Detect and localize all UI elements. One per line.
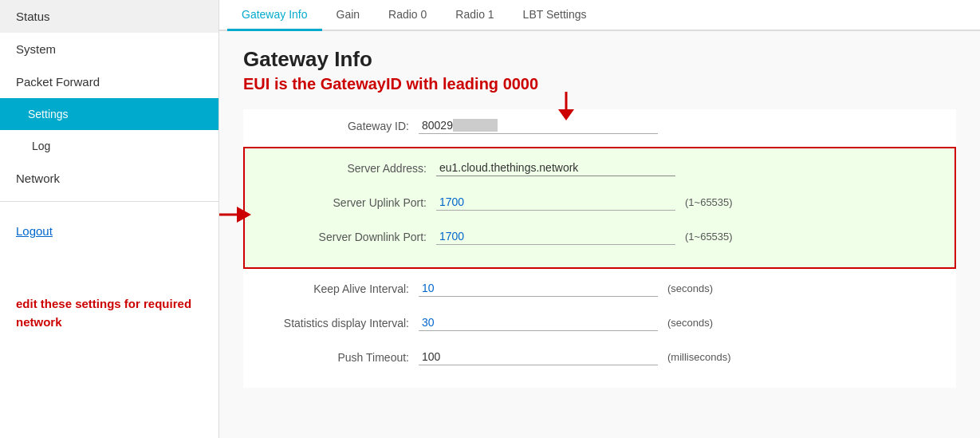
logout-link[interactable]: Logout [0,215,218,247]
highlighted-section: Server Address: eu1.cloud.thethings.netw… [243,147,956,277]
server-address-value: eu1.cloud.thethings.network [436,160,675,176]
server-downlink-row: Server Downlink Port: 1700 (1~65535) [261,225,939,248]
page-title: Gateway Info [243,47,956,72]
edit-annotation: edit these settings for required network [0,295,218,331]
sidebar-item-packet-forward[interactable]: Packet Forward [0,65,218,98]
server-downlink-value: 1700 [436,228,675,245]
tab-radio-0[interactable]: Radio 0 [374,0,441,31]
stats-label: Statistics display Interval: [243,317,419,329]
server-downlink-hint: (1~65535) [685,231,733,243]
stats-hint: (seconds) [667,317,713,329]
arrow-down-gateway [554,92,578,120]
keepalive-hint: (seconds) [667,282,713,294]
arrow-right-icon [219,203,251,227]
svg-marker-3 [237,207,251,223]
server-uplink-value: 1700 [436,194,675,211]
server-address-label: Server Address: [261,162,436,175]
content-area: Gateway Info EUI is the GatewayID with l… [219,31,980,438]
eui-notice: EUI is the GatewayID with leading 0000 [243,75,956,93]
server-uplink-label: Server Uplink Port: [261,196,436,209]
svg-marker-1 [558,109,574,120]
gateway-id-row: Gateway ID: 80029xxxxxxxx [243,117,956,134]
server-uplink-hint: (1~65535) [685,196,733,208]
push-timeout-row: Push Timeout: 100 (milliseconds) [243,345,956,369]
sidebar-item-log[interactable]: Log [0,130,218,162]
tab-gain[interactable]: Gain [322,0,375,31]
sidebar-divider [0,201,218,202]
sidebar-item-system[interactable]: System [0,33,218,65]
sidebar-item-settings[interactable]: Settings [0,98,218,130]
arrow-down-icon [554,92,578,120]
keepalive-row: Keep Alive Interval: 10 (seconds) [243,277,956,300]
push-value: 100 [419,349,658,365]
tab-gateway-info[interactable]: Gateway Info [227,0,322,31]
server-address-row: Server Address: eu1.cloud.thethings.netw… [261,156,939,180]
main-content: Gateway Info Gain Radio 0 Radio 1 LBT Se… [219,0,980,438]
server-downlink-label: Server Downlink Port: [261,231,436,243]
tab-lbt-settings[interactable]: LBT Settings [509,0,601,31]
arrow-right-box [219,203,251,227]
stats-value: 30 [419,314,658,331]
form-area: Gateway ID: 80029xxxxxxxx Server Address… [243,109,956,388]
keepalive-label: Keep Alive Interval: [243,282,419,295]
server-settings-box: Server Address: eu1.cloud.thethings.netw… [243,147,956,269]
sidebar-item-status[interactable]: Status [0,0,218,33]
gateway-id-label: Gateway ID: [243,120,419,132]
keepalive-value: 10 [419,280,658,297]
sidebar: Status System Packet Forward Settings Lo… [0,0,219,438]
server-uplink-row: Server Uplink Port: 1700 (1~65535) [261,191,939,214]
tab-radio-1[interactable]: Radio 1 [441,0,508,31]
push-label: Push Timeout: [243,351,419,364]
sidebar-item-network[interactable]: Network [0,162,218,195]
tab-bar: Gateway Info Gain Radio 0 Radio 1 LBT Se… [219,0,980,31]
stats-row: Statistics display Interval: 30 (seconds… [243,311,956,334]
push-hint: (milliseconds) [667,351,730,363]
gateway-id-value: 80029xxxxxxxx [419,117,658,134]
